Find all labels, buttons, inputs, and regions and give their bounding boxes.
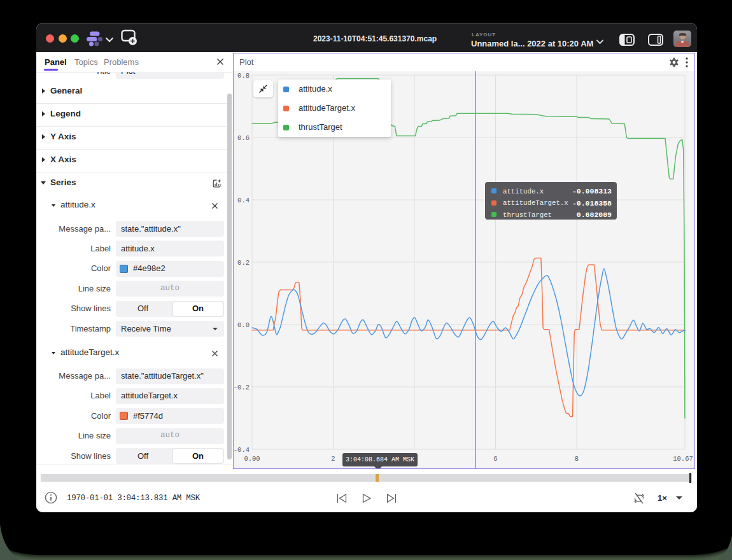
svg-text:0.6: 0.6	[237, 134, 250, 142]
svg-text:2: 2	[331, 455, 335, 463]
svg-text:0.8: 0.8	[237, 72, 250, 80]
svg-text:8: 8	[575, 455, 579, 463]
svg-text:-0.4: -0.4	[234, 446, 250, 454]
svg-text:0.00: 0.00	[244, 455, 260, 463]
svg-text:0.0: 0.0	[237, 321, 250, 329]
svg-text:0.4: 0.4	[237, 197, 250, 204]
svg-text:10.67: 10.67	[673, 455, 693, 463]
svg-text:6: 6	[493, 455, 497, 463]
svg-text:0.2: 0.2	[237, 259, 250, 267]
svg-text:-0.2: -0.2	[234, 384, 250, 391]
